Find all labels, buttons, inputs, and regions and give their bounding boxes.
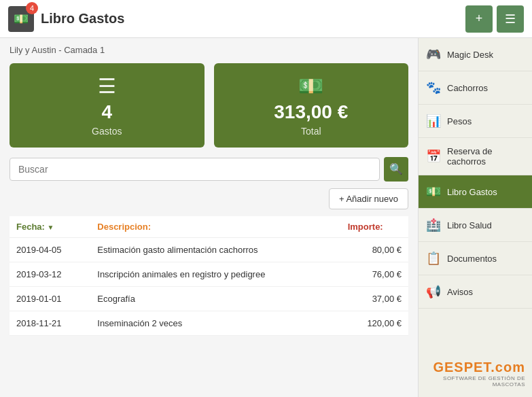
header: 💵 4 Libro Gastos + ☰ [0, 0, 532, 38]
th-fecha: Fecha: ▼ [10, 216, 90, 238]
logo-tld: .com [491, 360, 525, 375]
cell-descripcion: Inseminación 2 veces [90, 311, 340, 335]
logo-text: GESPET.com [425, 360, 525, 375]
sidebar-label-cachorros: Cachorros [447, 83, 488, 93]
reserva-cachorros-icon: 📅 [425, 148, 442, 165]
total-icon: 💵 [298, 74, 323, 98]
cell-importe: 37,00 € [341, 286, 408, 311]
table-row: 2019-04-05 Estimación gasto alimentación… [10, 237, 408, 262]
total-label: Total [301, 126, 321, 137]
app-title: Libro Gastos [41, 11, 124, 27]
sidebar-item-libro-salud[interactable]: 🏥 Libro Salud [419, 209, 532, 242]
sidebar-label-reserva-cachorros: Reserva de cachorros [447, 146, 525, 167]
sidebar-item-pesos[interactable]: 📊 Pesos [419, 105, 532, 138]
expense-tbody: 2019-04-05 Estimación gasto alimentación… [10, 237, 408, 335]
cell-fecha: 2019-04-05 [10, 237, 90, 262]
gastos-icon: ☰ [98, 74, 116, 98]
documentos-icon: 📋 [425, 250, 442, 266]
sidebar-item-avisos[interactable]: 📢 Avisos [419, 275, 532, 309]
sidebar-label-documentos: Documentos [447, 254, 497, 264]
sidebar-label-pesos: Pesos [447, 116, 472, 126]
sidebar-items: 🎮 Magic Desk 🐾 Cachorros 📊 Pesos 📅 Reser… [419, 38, 532, 309]
table-row: 2018-11-21 Inseminación 2 veces 120,00 € [10, 311, 408, 335]
gastos-label: Gastos [92, 126, 122, 137]
gastos-value: 4 [101, 102, 112, 123]
libro-gastos-icon: 💵 [425, 184, 442, 200]
add-button[interactable]: + [465, 5, 493, 33]
cell-descripcion: Inscripción animales en registro y pedig… [90, 262, 340, 286]
sidebar-item-cachorros[interactable]: 🐾 Cachorros [419, 71, 532, 105]
cell-fecha: 2018-11-21 [10, 311, 90, 335]
cell-importe: 76,00 € [341, 262, 408, 286]
stat-card-total: 💵 313,00 € Total [214, 63, 409, 148]
total-value: 313,00 € [274, 102, 348, 123]
add-row: + Añadir nuevo [10, 188, 408, 209]
sidebar-label-libro-salud: Libro Salud [447, 220, 492, 230]
expense-table: Fecha: ▼ Descripcion: Importe: 2019-04-0… [10, 216, 408, 336]
app-icon: 💵 4 [8, 6, 34, 32]
sort-arrow-icon: ▼ [48, 224, 54, 231]
header-buttons: + ☰ [465, 5, 524, 33]
th-descripcion: Descripcion: [90, 216, 340, 238]
header-left: 💵 4 Libro Gastos [8, 6, 124, 32]
sidebar-item-reserva-cachorros[interactable]: 📅 Reserva de cachorros [419, 138, 532, 175]
menu-button[interactable]: ☰ [497, 5, 524, 33]
cell-importe: 120,00 € [341, 311, 408, 335]
cell-fecha: 2019-01-01 [10, 286, 90, 311]
sidebar: 🎮 Magic Desk 🐾 Cachorros 📊 Pesos 📅 Reser… [418, 38, 532, 397]
search-button[interactable]: 🔍 [384, 157, 408, 182]
stats-row: ☰ 4 Gastos 💵 313,00 € Total [10, 63, 408, 148]
content-wrapper: Lily y Austin - Camada 1 ☰ 4 Gastos 💵 31… [0, 38, 532, 397]
logo-gespet: GESPET [433, 360, 491, 375]
table-row: 2019-03-12 Inscripción animales en regis… [10, 262, 408, 286]
magic-desk-icon: 🎮 [425, 46, 442, 63]
breadcrumb: Lily y Austin - Camada 1 [10, 45, 408, 55]
sidebar-item-magic-desk[interactable]: 🎮 Magic Desk [419, 38, 532, 71]
notification-badge: 4 [26, 2, 38, 14]
cachorros-icon: 🐾 [425, 80, 442, 96]
libro-salud-icon: 🏥 [425, 217, 442, 233]
sidebar-footer: GESPET.com SOFTWARE DE GESTIÓN DE MASCOT… [419, 350, 532, 397]
search-row: 🔍 [10, 157, 408, 182]
main-content: Lily y Austin - Camada 1 ☰ 4 Gastos 💵 31… [0, 38, 418, 397]
stat-card-gastos: ☰ 4 Gastos [10, 63, 205, 148]
sidebar-label-magic-desk: Magic Desk [447, 50, 493, 60]
sidebar-label-avisos: Avisos [447, 287, 473, 297]
sidebar-label-libro-gastos: Libro Gastos [447, 187, 497, 197]
cell-descripcion: Estimación gasto alimentación cachorros [90, 237, 340, 262]
add-nuevo-button[interactable]: + Añadir nuevo [329, 188, 408, 209]
cell-importe: 80,00 € [341, 237, 408, 262]
pesos-icon: 📊 [425, 113, 442, 129]
logo-sub: SOFTWARE DE GESTIÓN DE MASCOTAS [425, 375, 525, 387]
cell-fecha: 2019-03-12 [10, 262, 90, 286]
sidebar-item-documentos[interactable]: 📋 Documentos [419, 242, 532, 275]
avisos-icon: 📢 [425, 283, 442, 300]
cell-descripcion: Ecografía [90, 286, 340, 311]
table-row: 2019-01-01 Ecografía 37,00 € [10, 286, 408, 311]
sidebar-item-libro-gastos[interactable]: 💵 Libro Gastos [419, 175, 532, 209]
search-input[interactable] [10, 158, 380, 181]
th-importe: Importe: [341, 216, 408, 238]
table-header-row: Fecha: ▼ Descripcion: Importe: [10, 216, 408, 238]
